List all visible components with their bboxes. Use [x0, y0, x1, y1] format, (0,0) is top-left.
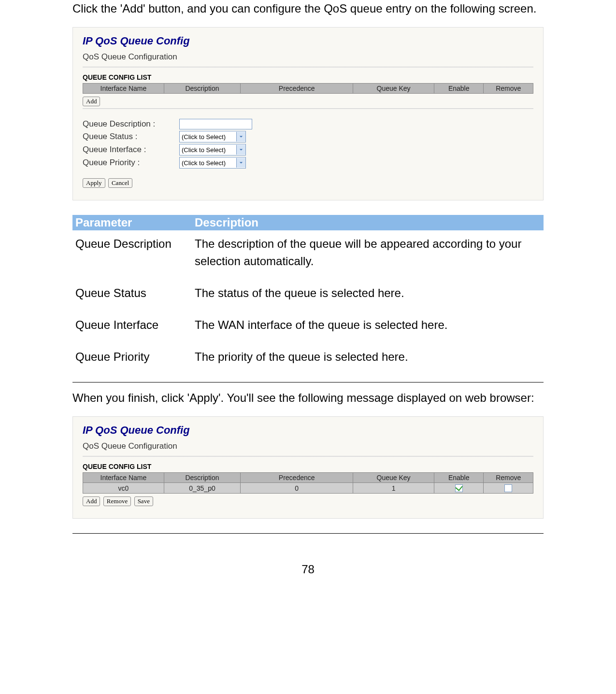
table-row: Queue Status The status of the queue is …	[72, 280, 544, 312]
param-desc: The WAN interface of the queue is select…	[192, 312, 544, 343]
col-queue-key: Queue Key	[353, 84, 434, 94]
queue-priority-label: Queue Priority :	[83, 158, 179, 168]
table-row: Queue Priority The priority of the queue…	[72, 343, 544, 375]
col-precedence: Precedence	[241, 84, 353, 94]
table-row: vc0 0_35_p0 0 1	[83, 483, 533, 494]
queue-config-table: Interface Name Description Precedence Qu…	[83, 83, 533, 94]
add-button[interactable]: Add	[83, 97, 100, 106]
cell-interface: vc0	[83, 483, 164, 494]
col-enable: Enable	[434, 473, 484, 483]
enable-checkbox[interactable]	[455, 484, 463, 492]
outro-text: When you finish, click 'Apply'. You'll s…	[72, 389, 544, 407]
queue-status-label: Queue Status :	[83, 132, 179, 142]
cell-queue-key: 1	[353, 483, 434, 494]
param-desc: The status of the queue is selected here…	[192, 280, 544, 312]
queue-interface-select[interactable]: (Click to Select)	[179, 144, 246, 156]
intro-text: Click the 'Add' button, and you can conf…	[72, 0, 544, 17]
cell-description: 0_35_p0	[164, 483, 240, 494]
param-desc: The priority of the queue is selected he…	[192, 343, 544, 375]
col-description: Description	[164, 84, 240, 94]
divider	[83, 456, 533, 457]
param-name: Queue Interface	[72, 312, 192, 343]
col-remove: Remove	[484, 84, 533, 94]
queue-description-label: Queue Description :	[83, 119, 179, 129]
queue-interface-label: Queue Interface :	[83, 145, 179, 155]
param-name: Queue Priority	[72, 343, 192, 375]
form-section: Queue Description : Queue Status : (Clic…	[83, 119, 533, 169]
divider	[72, 533, 544, 534]
add-button[interactable]: Add	[83, 496, 100, 506]
page-number: 78	[72, 563, 544, 576]
col-interface-name: Interface Name	[83, 473, 164, 483]
cell-enable	[434, 483, 484, 494]
section-title: QUEUE CONFIG LIST	[83, 73, 533, 81]
screenshot-2: IP QoS Queue Config QoS Queue Configurat…	[72, 416, 544, 519]
remove-checkbox[interactable]	[504, 484, 512, 492]
col-interface-name: Interface Name	[83, 84, 164, 94]
parameter-table: Parameter Description Queue Description …	[72, 215, 544, 375]
col-description: Description	[164, 473, 240, 483]
queue-config-table: Interface Name Description Precedence Qu…	[83, 472, 533, 494]
apply-button[interactable]: Apply	[83, 178, 105, 188]
section-title: QUEUE CONFIG LIST	[83, 463, 533, 470]
col-precedence: Precedence	[241, 473, 353, 483]
panel-subtitle: QoS Queue Configuration	[83, 52, 533, 62]
queue-description-input[interactable]	[179, 119, 252, 129]
select-value: (Click to Select)	[182, 159, 226, 167]
panel-title: IP QoS Queue Config	[83, 35, 533, 47]
queue-status-select[interactable]: (Click to Select)	[179, 131, 246, 142]
param-name: Queue Description	[72, 230, 192, 280]
select-value: (Click to Select)	[182, 133, 226, 141]
divider	[83, 67, 533, 68]
divider	[83, 108, 533, 109]
screenshot-1: IP QoS Queue Config QoS Queue Configurat…	[72, 27, 544, 200]
select-value: (Click to Select)	[182, 146, 226, 154]
param-header-description: Description	[192, 215, 544, 230]
cancel-button[interactable]: Cancel	[108, 178, 132, 188]
save-button[interactable]: Save	[134, 496, 153, 506]
param-desc: The description of the queue will be app…	[192, 230, 544, 280]
cell-remove	[484, 483, 533, 494]
divider	[72, 382, 544, 382]
panel-subtitle: QoS Queue Configuration	[83, 441, 533, 451]
queue-priority-select[interactable]: (Click to Select)	[179, 157, 246, 169]
col-queue-key: Queue Key	[353, 473, 434, 483]
col-remove: Remove	[484, 473, 533, 483]
chevron-down-icon	[236, 132, 245, 142]
cell-precedence: 0	[241, 483, 353, 494]
remove-button[interactable]: Remove	[103, 496, 131, 506]
panel-title: IP QoS Queue Config	[83, 424, 533, 437]
param-header-parameter: Parameter	[72, 215, 192, 230]
chevron-down-icon	[236, 145, 245, 155]
table-row: Queue Interface The WAN interface of the…	[72, 312, 544, 343]
chevron-down-icon	[236, 158, 245, 168]
param-name: Queue Status	[72, 280, 192, 312]
col-enable: Enable	[434, 84, 484, 94]
table-row: Queue Description The description of the…	[72, 230, 544, 280]
